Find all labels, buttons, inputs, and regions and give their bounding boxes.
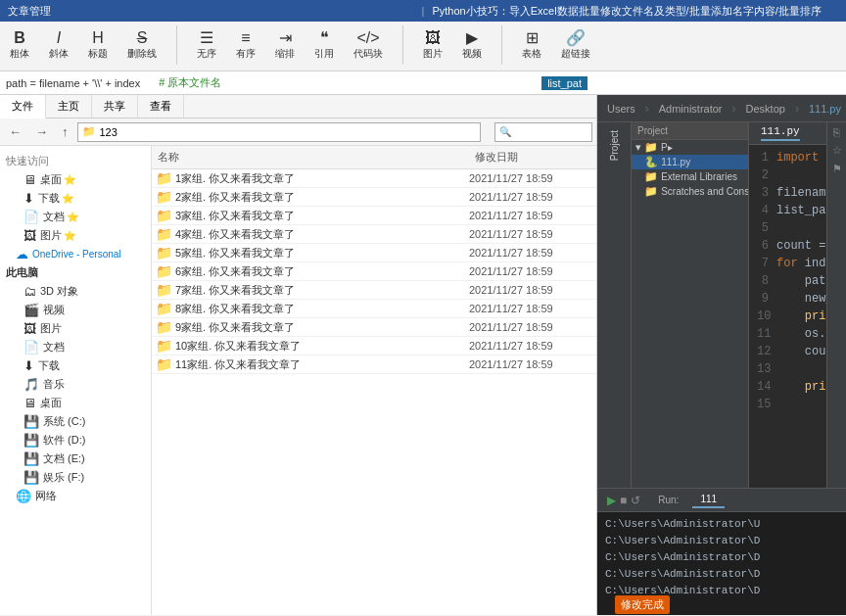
editor-active-tab[interactable]: 111.py [761, 125, 800, 141]
line-num-14: 14 [757, 378, 769, 396]
fe-back-button[interactable]: ← [4, 122, 26, 141]
sidebar-item-desktop2[interactable]: 🖥 桌面 [0, 394, 151, 412]
file-row-5[interactable]: 📁 6家组. 你又来看我文章了 2021/11/27 18:59 [152, 262, 596, 281]
file-row-2[interactable]: 📁 3家组. 你又来看我文章了 2021/11/27 18:59 [152, 207, 596, 225]
file-row-4[interactable]: 📁 5家组. 你又来看我文章了 2021/11/27 18:59 [152, 244, 596, 262]
pc-project-header: Project [632, 122, 748, 140]
sidebar-item-f[interactable]: 💾 娱乐 (F:) [0, 468, 151, 487]
toolbar-quote[interactable]: ❝ 引用 [310, 27, 338, 63]
sidebar-icon-1[interactable]: ⎘ [833, 126, 840, 138]
pc-tree-scratches[interactable]: 📁 Scratches and Cons... [632, 184, 748, 199]
docs-icon: 📄 [24, 340, 39, 355]
pc-users-btn[interactable]: Users [603, 101, 639, 117]
sidebar-item-music[interactable]: 🎵 音乐 [0, 375, 151, 394]
ext-label: External Libraries [661, 171, 737, 182]
toolbar-video[interactable]: ▶ 视频 [458, 27, 486, 63]
sidebar-item-pictures[interactable]: 🖼 图片 ⭐ [0, 226, 151, 245]
sidebar-item-videos[interactable]: 🎬 视频 [0, 301, 151, 319]
file-row-10[interactable]: 📁 11家组. 你又来看我文章了 2021/11/27 18:59 [152, 355, 596, 374]
formula-right-label: list_pat [541, 76, 588, 90]
sidebar-item-docs[interactable]: 📄 文档 [0, 338, 151, 356]
code-line-6: count = 1 [776, 237, 826, 255]
file-name-5: 6家组. 你又来看我文章了 [175, 264, 469, 279]
3d-label: 3D 对象 [40, 284, 78, 299]
toolbar-bold[interactable]: B 粗体 [6, 27, 33, 63]
c-drive-label: 系统 (C:) [43, 414, 85, 429]
project-label[interactable]: Project [609, 126, 620, 165]
pc-editor[interactable]: 111.py 123456789101112131415 import os f… [749, 122, 826, 488]
quote-icon: ❝ [320, 29, 329, 47]
sidebar-item-e[interactable]: 💾 文档 (E:) [0, 450, 151, 468]
desktop2-icon: 🖥 [24, 396, 36, 410]
toolbar-code[interactable]: </> 代码块 [350, 27, 387, 63]
sidebar-item-d[interactable]: 💾 软件 (D:) [0, 431, 151, 450]
music-icon: 🎵 [24, 377, 39, 392]
sidebar-item-dl[interactable]: ⬇ 下载 [0, 356, 151, 375]
sidebar-item-c[interactable]: 💾 系统 (C:) [0, 412, 151, 431]
stop-btn[interactable]: ■ [620, 494, 627, 507]
doc-title: Python小技巧：导入Excel数据批量修改文件名及类型/批量添加名字内容/批… [432, 4, 838, 19]
d-drive-label: 软件 (D:) [43, 433, 85, 448]
toolbar-table[interactable]: ⊞ 表格 [518, 27, 545, 63]
downloads-badge: ⭐ [62, 193, 73, 204]
pc-admin-btn[interactable]: Administrator [655, 101, 727, 117]
line-num-15: 15 [757, 396, 769, 413]
sidebar-icon-3[interactable]: ⚑ [832, 163, 842, 175]
toolbar-unordered[interactable]: ☰ 无序 [193, 27, 220, 63]
py-spacer [635, 157, 641, 168]
file-row-3[interactable]: 📁 4家组. 你又来看我文章了 2021/11/27 18:59 [152, 225, 596, 244]
fe-tab-share[interactable]: 共享 [92, 95, 138, 118]
play-btn[interactable]: ▶ [607, 494, 616, 507]
file-date-5: 2021/11/27 18:59 [469, 265, 596, 277]
strikethrough-label: 删除线 [127, 47, 157, 61]
sidebar-item-images[interactable]: 🖼 图片 [0, 319, 151, 338]
fe-tab-home[interactable]: 主页 [46, 95, 92, 118]
sidebar-item-network[interactable]: 🌐 网络 [0, 487, 151, 505]
file-icon-7: 📁 [152, 301, 175, 316]
file-icon-10: 📁 [152, 356, 175, 372]
py-icon: 🐍 [644, 156, 658, 168]
col-name-header[interactable]: 名称 [152, 148, 469, 166]
sidebar-item-desktop[interactable]: 🖥 桌面 ⭐ [0, 170, 151, 189]
toolbar-indent[interactable]: ⇥ 缩排 [271, 27, 299, 63]
sidebar-item-onedrive[interactable]: ☁ OneDrive - Personal [0, 245, 151, 263]
sidebar-item-3d[interactable]: 🗂 3D 对象 [0, 282, 151, 301]
file-row-6[interactable]: 📁 7家组. 你又来看我文章了 2021/11/27 18:59 [152, 281, 596, 300]
fe-search-box[interactable]: 🔍 [494, 122, 592, 142]
line-num-4: 4 [757, 202, 769, 219]
file-row-0[interactable]: 📁 1家组. 你又来看我文章了 2021/11/27 18:59 [152, 169, 596, 188]
file-row-1[interactable]: 📁 2家组. 你又来看我文章了 2021/11/27 18:59 [152, 188, 596, 207]
pc-tree-111py[interactable]: 🐍 111.py [632, 155, 748, 169]
fe-tab-file[interactable]: 文件 [0, 95, 46, 118]
sidebar-item-downloads[interactable]: ⬇ 下载 ⭐ [0, 189, 151, 208]
rerun-btn[interactable]: ↺ [631, 494, 640, 507]
toolbar-image[interactable]: 🖼 图片 [419, 27, 446, 63]
col-date-header[interactable]: 修改日期 [469, 148, 596, 166]
onedrive-label: OneDrive - Personal [32, 249, 121, 260]
toolbar-heading[interactable]: H 标题 [84, 27, 112, 63]
fe-tab-view[interactable]: 查看 [138, 95, 184, 118]
pc-desktop-btn[interactable]: Desktop [742, 101, 789, 117]
sidebar-item-documents[interactable]: 📄 文档 ⭐ [0, 208, 151, 226]
toolbar-link[interactable]: 🔗 超链接 [557, 27, 594, 63]
watermark-text: 修改完成 [621, 598, 664, 610]
line-num-9: 9 [757, 290, 769, 308]
toolbar-italic[interactable]: I 斜体 [45, 27, 72, 63]
file-row-9[interactable]: 📁 10家组. 你又来看我文章了 2021/11/27 18:59 [152, 337, 596, 355]
toolbar-strikethrough[interactable]: S 删除线 [123, 27, 161, 63]
toolbar-ordered[interactable]: ≡ 有序 [232, 27, 259, 63]
fe-up-button[interactable]: ↑ [57, 122, 73, 141]
toolbar-row: B 粗体 I 斜体 H 标题 S 删除线 ☰ 无序 ≡ 有序 ⇥ 缩排 ❝ [6, 24, 840, 67]
fe-forward-button[interactable]: → [30, 122, 53, 141]
images-label: 图片 [40, 321, 62, 336]
pc-file-btn[interactable]: 111.py [805, 101, 845, 117]
pc-tree-root[interactable]: ▾ 📁 P▸ [632, 140, 748, 155]
file-date-7: 2021/11/27 18:59 [469, 303, 596, 314]
file-row-8[interactable]: 📁 9家组. 你又来看我文章了 2021/11/27 18:59 [152, 318, 596, 337]
fe-address-bar[interactable]: 📁 123 [77, 122, 482, 142]
file-row-7[interactable]: 📁 8家组. 你又来看我文章了 2021/11/27 18:59 [152, 300, 596, 318]
run-tab-file[interactable]: 111 [692, 492, 725, 508]
file-icon-0: 📁 [152, 170, 175, 186]
pc-tree-ext-libs[interactable]: 📁 External Libraries [632, 169, 748, 184]
sidebar-icon-2[interactable]: ☆ [832, 144, 842, 157]
